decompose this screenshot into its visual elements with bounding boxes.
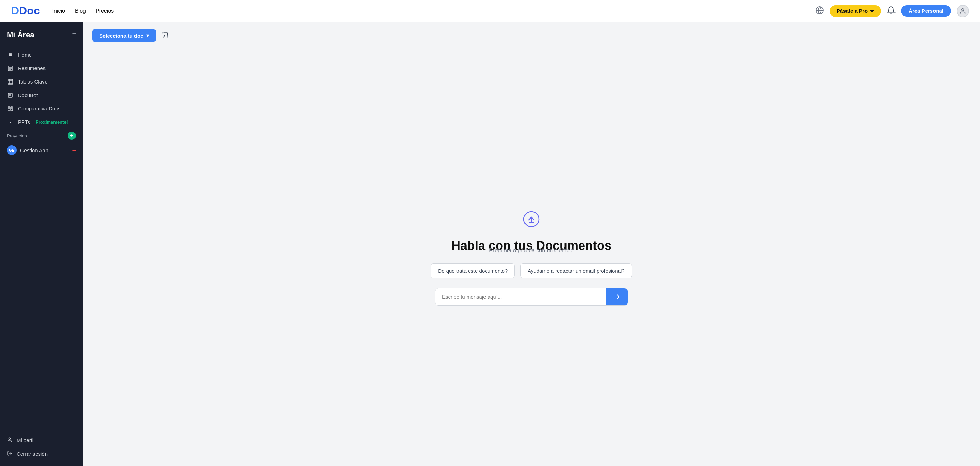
nav-precios[interactable]: Precios bbox=[95, 8, 114, 14]
sidebar-tablas-clave[interactable]: Tablas Clave bbox=[0, 75, 83, 88]
user-icon bbox=[959, 8, 966, 14]
tablas-icon bbox=[7, 79, 14, 85]
project-delete-button[interactable]: − bbox=[72, 147, 76, 154]
sidebar-title: Mi Área bbox=[7, 30, 34, 39]
svg-rect-12 bbox=[8, 93, 13, 97]
bell-icon bbox=[886, 6, 896, 15]
chip-trata[interactable]: De que trata este documento? bbox=[431, 263, 515, 278]
nav-inicio[interactable]: Inicio bbox=[52, 8, 65, 14]
sidebar-mi-perfil[interactable]: Mi perfil bbox=[0, 434, 83, 447]
project-avatar: GE bbox=[7, 145, 17, 155]
chat-area: Habla con tus Documentos Pregunta o prue… bbox=[83, 49, 980, 466]
select-doc-label: Selecciona tu doc bbox=[99, 33, 143, 39]
globe-button[interactable] bbox=[815, 6, 824, 16]
sidebar-ppts-label: PPTs bbox=[18, 119, 30, 125]
upload-icon bbox=[522, 209, 541, 229]
project-label: Gestion App bbox=[20, 147, 48, 153]
sidebar-comparativa-label: Comparativa Docs bbox=[18, 105, 60, 112]
pasate-label: Pásate a Pro bbox=[837, 8, 868, 14]
chat-input-row bbox=[435, 288, 628, 306]
select-doc-button[interactable]: Selecciona tu doc ▾ bbox=[92, 29, 156, 42]
area-personal-button[interactable]: Área Personal bbox=[901, 5, 951, 17]
svg-point-1 bbox=[962, 8, 964, 11]
sidebar-nav: ≡ Home Resumenes bbox=[0, 45, 83, 428]
docubot-icon bbox=[7, 93, 14, 98]
sidebar-home[interactable]: ≡ Home bbox=[0, 48, 83, 61]
nav-left: DDoc Inicio Blog Precios bbox=[11, 5, 114, 17]
nav-links: Inicio Blog Precios bbox=[52, 8, 114, 14]
star-icon: ★ bbox=[870, 8, 874, 14]
chat-heading: Habla con tus Documentos Pregunta o prue… bbox=[451, 239, 611, 254]
arrow-right-icon bbox=[613, 293, 621, 301]
chevron-down-icon: ▾ bbox=[146, 32, 149, 39]
logo: DDoc bbox=[11, 5, 40, 17]
perfil-icon bbox=[7, 437, 13, 444]
sidebar-resumenes[interactable]: Resumenes bbox=[0, 61, 83, 75]
sidebar-tablas-label: Tablas Clave bbox=[18, 79, 48, 85]
globe-icon bbox=[815, 6, 824, 15]
resumenes-icon bbox=[7, 65, 14, 71]
sidebar-resumenes-label: Resumenes bbox=[18, 65, 46, 71]
proyectos-section: Proyectos + bbox=[0, 129, 83, 142]
comparativa-icon bbox=[7, 106, 14, 112]
suggestion-chips: De que trata este documento? Ayudame a r… bbox=[431, 263, 632, 278]
sidebar-ppts[interactable]: ● PPTs Proximamente! bbox=[0, 115, 83, 129]
ppts-badge: Proximamente! bbox=[35, 120, 68, 124]
logout-icon bbox=[7, 450, 13, 457]
chat-input[interactable] bbox=[435, 288, 606, 305]
hamburger-button[interactable]: ≡ bbox=[72, 32, 76, 39]
trash-button[interactable] bbox=[161, 31, 169, 40]
sidebar-docubot-label: DocuBot bbox=[18, 92, 38, 98]
chip-email[interactable]: Ayudame a redactar un email profesional? bbox=[520, 263, 632, 278]
nav-right: Pásate a Pro ★ Área Personal bbox=[815, 5, 969, 17]
ppts-dot-icon: ● bbox=[7, 120, 14, 124]
home-icon: ≡ bbox=[7, 51, 14, 57]
sidebar-bottom: Mi perfil Cerrar sesión bbox=[0, 428, 83, 466]
sidebar-cerrar-sesion[interactable]: Cerrar sesión bbox=[0, 447, 83, 460]
sidebar-home-label: Home bbox=[18, 52, 32, 57]
sidebar-comparativa[interactable]: Comparativa Docs bbox=[0, 102, 83, 115]
project-gestion-app[interactable]: GE Gestion App − bbox=[0, 142, 83, 158]
body-layout: Mi Área ≡ ≡ Home Resumenes bbox=[0, 22, 980, 466]
nav-blog[interactable]: Blog bbox=[75, 8, 86, 14]
sidebar-docubot[interactable]: DocuBot bbox=[0, 88, 83, 102]
cerrar-sesion-label: Cerrar sesión bbox=[17, 451, 48, 457]
avatar-button[interactable] bbox=[956, 5, 969, 17]
toolbar: Selecciona tu doc ▾ bbox=[83, 22, 980, 49]
top-nav: DDoc Inicio Blog Precios Pásate a Pro ★ … bbox=[0, 0, 980, 22]
main-content: Selecciona tu doc ▾ Habla con tu bbox=[83, 22, 980, 466]
sidebar-header: Mi Área ≡ bbox=[0, 22, 83, 45]
svg-point-22 bbox=[9, 438, 10, 439]
send-button[interactable] bbox=[606, 288, 628, 305]
add-project-button[interactable]: + bbox=[68, 131, 76, 140]
pasate-pro-button[interactable]: Pásate a Pro ★ bbox=[830, 5, 881, 17]
bell-button[interactable] bbox=[886, 6, 896, 16]
trash-icon bbox=[161, 31, 169, 39]
sidebar: Mi Área ≡ ≡ Home Resumenes bbox=[0, 22, 83, 466]
mi-perfil-label: Mi perfil bbox=[17, 437, 35, 443]
proyectos-label: Proyectos bbox=[7, 133, 27, 139]
